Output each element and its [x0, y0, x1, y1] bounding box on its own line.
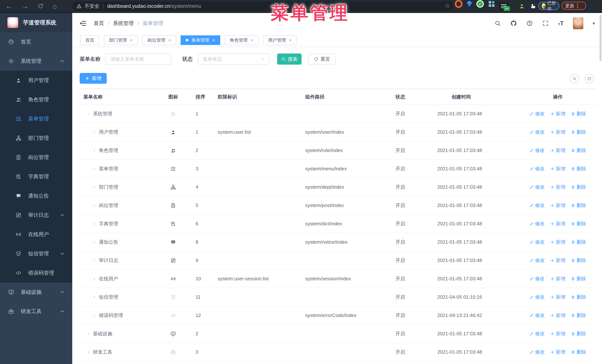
sidebar-item-角色管理[interactable]: 角色管理 — [0, 90, 72, 109]
update-button[interactable]: 更新 — [562, 2, 586, 10]
sidebar-item-系统管理[interactable]: 系统管理 — [0, 52, 72, 71]
breadcrumb-item[interactable]: 首页 — [94, 20, 104, 27]
show-search-button[interactable] — [570, 74, 579, 83]
chevron-right-icon[interactable] — [92, 167, 96, 171]
delete-link[interactable]: 删除 — [571, 111, 586, 117]
breadcrumb-item[interactable]: 系统管理 — [113, 20, 134, 27]
chevron-right-icon[interactable] — [92, 313, 96, 318]
edit-link[interactable]: 修改 — [530, 129, 545, 135]
refresh-table-button[interactable] — [585, 74, 594, 83]
chevron-right-icon[interactable] — [92, 295, 96, 299]
bookmark-star-icon[interactable]: ☆ — [445, 2, 450, 9]
add-link[interactable]: 新增 — [550, 111, 566, 117]
chevron-right-icon[interactable] — [92, 259, 96, 262]
kebab-menu-icon[interactable] — [577, 3, 578, 8]
delete-link[interactable]: 删除 — [571, 349, 586, 355]
delete-link[interactable]: 删除 — [571, 202, 586, 209]
menu-name-input[interactable] — [106, 53, 172, 65]
add-link[interactable]: 新增 — [550, 166, 566, 172]
sidebar-item-岗位管理[interactable]: 岗位管理 — [0, 148, 72, 167]
tab-用户管理[interactable]: 用户管理× — [263, 35, 297, 45]
close-icon[interactable]: × — [251, 37, 253, 43]
chevron-right-icon[interactable] — [92, 148, 96, 153]
edit-link[interactable]: 修改 — [530, 257, 545, 264]
chevron-down-icon[interactable] — [86, 112, 90, 116]
delete-link[interactable]: 删除 — [571, 239, 586, 245]
sidebar-item-在线用户[interactable]: 在线用户 — [0, 225, 72, 244]
edit-link[interactable]: 修改 — [530, 294, 545, 300]
fullscreen-icon[interactable] — [542, 20, 549, 27]
edit-link[interactable]: 修改 — [530, 275, 545, 282]
extension-check-icon[interactable]: ✓ — [476, 0, 484, 8]
delete-link[interactable]: 删除 — [571, 294, 586, 300]
chevron-right-icon[interactable] — [92, 203, 96, 208]
app-logo[interactable]: 芋道管理系统 — [0, 13, 72, 32]
delete-link[interactable]: 删除 — [571, 184, 586, 190]
extensions-puzzle-icon[interactable] — [529, 0, 536, 12]
tab-岗位管理[interactable]: 岗位管理× — [142, 35, 176, 45]
search-button[interactable]: 搜索 — [277, 53, 301, 65]
tab-部门管理[interactable]: 部门管理× — [104, 35, 138, 45]
edit-link[interactable]: 修改 — [530, 111, 545, 117]
chevron-down-icon[interactable]: ▾ — [592, 21, 595, 26]
sidebar-item-研发工具[interactable]: 研发工具 — [0, 302, 72, 321]
sidebar-item-菜单管理[interactable]: 菜单管理 — [0, 109, 72, 128]
delete-link[interactable]: 删除 — [571, 312, 586, 319]
sidebar-item-用户管理[interactable]: 用户管理 — [0, 71, 72, 90]
add-button[interactable]: 新增 — [80, 73, 107, 84]
add-link[interactable]: 新增 — [550, 349, 566, 355]
add-link[interactable]: 新增 — [550, 331, 566, 337]
font-size-icon[interactable]: тT — [558, 20, 564, 27]
sidebar-item-首页[interactable]: 首页 — [0, 32, 72, 52]
avatar[interactable] — [573, 17, 583, 29]
sidebar-item-基础设施[interactable]: 基础设施 — [0, 282, 72, 302]
forward-icon[interactable]: → — [22, 2, 29, 10]
sidebar-item-短信管理[interactable]: 短信管理 — [0, 244, 72, 263]
paused-badge[interactable]: 已暂停 — [538, 2, 559, 10]
sidebar-item-通知公告[interactable]: 通知公告 — [0, 186, 72, 206]
extension-person-icon[interactable] — [519, 0, 525, 12]
delete-link[interactable]: 删除 — [571, 331, 586, 337]
close-icon[interactable]: × — [130, 37, 133, 43]
github-icon[interactable] — [510, 20, 517, 27]
add-link[interactable]: 新增 — [550, 294, 566, 300]
edit-link[interactable]: 修改 — [530, 147, 545, 154]
chevron-right-icon[interactable] — [86, 350, 90, 354]
address-bar[interactable]: 不安全 dashboard.yudao.iocoder.cn /system/m… — [72, 1, 453, 11]
chevron-right-icon[interactable] — [92, 185, 96, 189]
extension-donut-icon[interactable] — [455, 0, 462, 8]
edit-link[interactable]: 修改 — [530, 239, 545, 245]
close-icon[interactable]: × — [289, 37, 292, 43]
sidebar-item-部门管理[interactable]: 部门管理 — [0, 128, 72, 148]
edit-link[interactable]: 修改 — [530, 166, 545, 172]
scrollbar[interactable] — [600, 15, 602, 61]
add-link[interactable]: 新增 — [550, 184, 566, 190]
add-link[interactable]: 新增 — [550, 129, 566, 135]
tab-角色管理[interactable]: 角色管理× — [225, 35, 258, 45]
tab-菜单管理[interactable]: 菜单管理× — [181, 35, 220, 45]
extension-list-icon[interactable]: on — [500, 0, 508, 12]
delete-link[interactable]: 删除 — [571, 257, 586, 264]
edit-link[interactable]: 修改 — [530, 220, 545, 227]
chevron-right-icon[interactable] — [86, 332, 90, 336]
sidebar-item-字典管理[interactable]: 字典管理 — [0, 167, 72, 186]
home-icon[interactable]: ⌂ — [53, 2, 57, 10]
back-icon[interactable]: ← — [6, 2, 13, 10]
close-icon[interactable]: × — [212, 37, 215, 43]
chevron-right-icon[interactable] — [92, 130, 96, 134]
chevron-right-icon[interactable] — [92, 277, 96, 281]
edit-link[interactable]: 修改 — [530, 202, 545, 209]
edit-link[interactable]: 修改 — [530, 184, 545, 190]
sidebar-item-审计日志[interactable]: 审计日志 — [0, 206, 72, 225]
add-link[interactable]: 新增 — [550, 275, 566, 282]
reload-icon[interactable] — [37, 3, 44, 9]
add-link[interactable]: 新增 — [550, 239, 566, 245]
close-icon[interactable]: × — [168, 37, 171, 43]
delete-link[interactable]: 删除 — [571, 220, 586, 227]
delete-link[interactable]: 删除 — [571, 147, 586, 154]
delete-link[interactable]: 删除 — [571, 275, 586, 282]
reset-button[interactable]: 重置 — [308, 53, 336, 65]
add-link[interactable]: 新增 — [550, 257, 566, 264]
chevron-right-icon[interactable] — [92, 240, 96, 244]
help-icon[interactable] — [526, 20, 533, 27]
